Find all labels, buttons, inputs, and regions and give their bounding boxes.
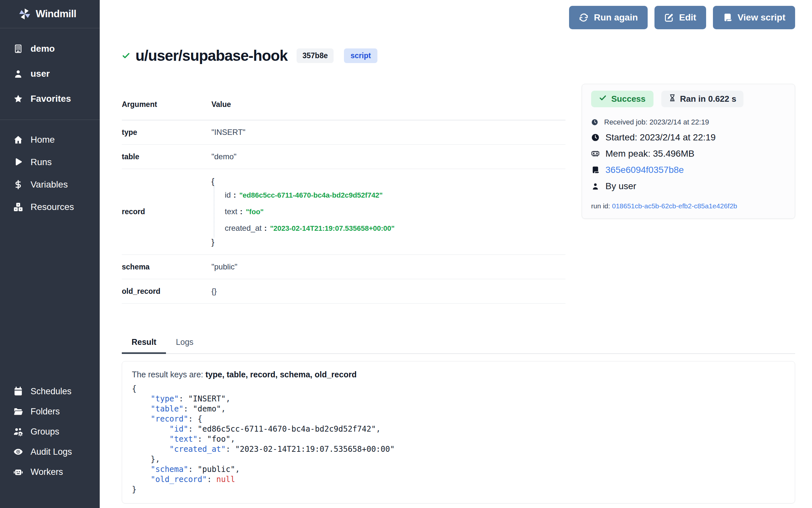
arg-row-old-record: old_record{}	[122, 279, 566, 304]
mem-peak-row: Mem peak: 35.496MB	[591, 145, 786, 162]
result-keys-list: type, table, record, schema, old_record	[205, 370, 356, 379]
arguments-table: Argument Value type"INSERT"table"demo"re…	[122, 84, 566, 304]
dollar-icon	[13, 179, 23, 190]
sidebar-item-label: Groups	[31, 427, 59, 437]
run-id-label: run id:	[591, 202, 610, 210]
sidebar-main-group: HomeRunsVariablesResources	[0, 120, 100, 226]
record-entry-created-at: created_at:"2023-02-14T21:19:07.535658+0…	[225, 223, 395, 234]
code-line: "old_record": null	[132, 474, 785, 484]
robot-icon	[13, 467, 23, 477]
sidebar-item-resources[interactable]: Resources	[0, 196, 100, 218]
sidebar-item-demo[interactable]: demo	[0, 36, 100, 61]
received-job-text: Received job: 2023/2/14 at 22:19	[604, 118, 709, 126]
windmill-logo-icon	[18, 7, 31, 20]
toolbar: Run againEditView script	[122, 6, 795, 29]
code-line: "type": "INSERT",	[132, 394, 785, 404]
code-line: "created_at": "2023-02-14T21:19:07.53565…	[132, 444, 785, 454]
edit-icon	[664, 13, 674, 23]
arg-name: type	[122, 128, 211, 137]
sidebar-item-label: Resources	[31, 202, 74, 212]
app-root: Windmill demouserFavorites HomeRunsVaria…	[0, 0, 812, 508]
view-script-button[interactable]: View script	[713, 6, 795, 29]
arg-value: {}	[211, 287, 217, 296]
arg-name: schema	[122, 263, 211, 271]
sidebar-item-schedules[interactable]: Schedules	[0, 381, 100, 401]
by-user-text: By user	[606, 181, 636, 192]
code-line: "text": "foo",	[132, 434, 785, 444]
logo-text: Windmill	[36, 8, 76, 20]
version-hash-badge: 357b8e	[296, 48, 334, 63]
home-icon	[13, 134, 23, 145]
sidebar-item-folders[interactable]: Folders	[0, 401, 100, 422]
sidebar-item-label: Runs	[31, 157, 52, 167]
record-entry-text: text:"foo"	[225, 207, 395, 217]
groups-icon	[13, 426, 23, 437]
sidebar-item-label: Home	[31, 134, 55, 145]
code-line: }	[132, 484, 785, 495]
sidebar-item-runs[interactable]: Runs	[0, 151, 100, 173]
sidebar-item-label: Audit Logs	[31, 447, 72, 457]
code-line: "record": {	[132, 414, 785, 424]
windmill-logo[interactable]: Windmill	[0, 0, 100, 28]
sidebar-item-user[interactable]: user	[0, 61, 100, 86]
duration-badge: Ran in 0.622 s	[661, 91, 744, 107]
sidebar: Windmill demouserFavorites HomeRunsVaria…	[0, 0, 100, 508]
sidebar-item-label: Variables	[31, 179, 68, 190]
star-icon	[13, 94, 23, 104]
run-info-rows: Received job: 2023/2/14 at 22:19 Started…	[591, 115, 786, 194]
button-label: Run again	[594, 12, 637, 23]
run-details-panel: Success Ran in 0.622 s Received job: 202…	[582, 84, 795, 219]
hourglass-icon	[668, 94, 676, 104]
content-row: Argument Value type"INSERT"table"demo"re…	[122, 84, 795, 304]
sidebar-item-audit-logs[interactable]: Audit Logs	[0, 442, 100, 462]
column-header-argument: Argument	[122, 100, 211, 109]
sidebar-item-variables[interactable]: Variables	[0, 173, 100, 196]
mem-peak-text: Mem peak: 35.496MB	[606, 149, 695, 159]
user-icon	[13, 69, 23, 79]
record-entry-id: id:"ed86c5cc-6711-4670-bc4a-bd2c9d52f742…	[225, 190, 395, 200]
arg-row-type: type"INSERT"	[122, 120, 566, 144]
arg-value: "INSERT"	[211, 128, 246, 137]
memory-icon	[591, 150, 600, 158]
arg-value: "demo"	[211, 152, 236, 161]
arg-name: old_record	[122, 287, 211, 296]
sidebar-item-label: Favorites	[31, 94, 71, 104]
sidebar-item-favorites[interactable]: Favorites	[0, 86, 100, 111]
page-title: u/user/supabase-hook	[135, 47, 287, 65]
refresh-icon	[579, 13, 588, 23]
sidebar-item-label: Schedules	[31, 386, 71, 396]
script-hash-row: 365e6094f0357b8e	[591, 162, 786, 178]
duration-label: Ran in 0.622 s	[680, 94, 736, 104]
edit-button[interactable]: Edit	[655, 6, 706, 29]
tab-logs[interactable]: Logs	[166, 337, 203, 353]
success-check-icon	[122, 51, 130, 60]
arg-row-record: record{id:"ed86c5cc-6711-4670-bc4a-bd2c9…	[122, 169, 566, 255]
title-row: u/user/supabase-hook 357b8e script	[122, 47, 795, 65]
arguments-rows: type"INSERT"table"demo"record{id:"ed86c5…	[122, 120, 566, 304]
arg-name: record	[122, 207, 211, 216]
arg-row-schema: schema"public"	[122, 255, 566, 279]
code-line: },	[132, 454, 785, 464]
sidebar-admin-group: SchedulesFoldersGroupsAudit LogsWorkers	[0, 381, 100, 508]
run-again-button[interactable]: Run again	[569, 6, 647, 29]
sidebar-item-workers[interactable]: Workers	[0, 462, 100, 482]
code-line: "id": "ed86c5cc-6711-4670-bc4a-bd2c9d52f…	[132, 424, 785, 434]
check-icon	[599, 94, 607, 104]
tab-result[interactable]: Result	[122, 337, 166, 353]
code-line: {	[132, 384, 785, 394]
sidebar-item-home[interactable]: Home	[0, 128, 100, 151]
calendar-icon	[13, 386, 23, 396]
scroll-icon	[723, 13, 732, 23]
sidebar-item-groups[interactable]: Groups	[0, 422, 100, 442]
tabs: ResultLogs	[122, 337, 795, 354]
code-line: "table": "demo",	[132, 404, 785, 414]
run-id-link[interactable]: 018651cb-ac5b-62cb-efb2-c85a1e426f2b	[612, 202, 737, 210]
result-box: The result keys are: type, table, record…	[122, 361, 795, 503]
arg-row-table: table"demo"	[122, 144, 566, 169]
started-text: Started: 2023/2/14 at 22:19	[606, 132, 716, 143]
column-header-value: Value	[211, 100, 231, 109]
scroll-icon	[591, 166, 600, 174]
arg-name: table	[122, 153, 211, 161]
boxes-icon	[13, 202, 23, 212]
script-hash-link[interactable]: 365e6094f0357b8e	[606, 165, 684, 175]
